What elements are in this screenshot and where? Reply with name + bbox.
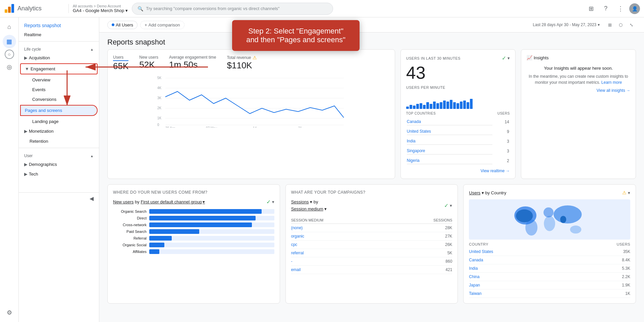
country-link-singapore[interactable]: Singapore (407, 147, 493, 154)
session-medium-chevron[interactable]: ▾ (324, 206, 327, 211)
country-link[interactable]: Taiwan (469, 291, 481, 296)
country-link-canada[interactable]: Canada (407, 118, 493, 125)
metric-new-users: New users 52K (139, 55, 158, 71)
view-realtime-link[interactable]: View realtime → (406, 169, 510, 173)
acquisition-chevron: ▶ (24, 55, 28, 60)
world-map (469, 199, 630, 240)
session-medium-link[interactable]: organic (291, 234, 304, 239)
nav-pages-screens[interactable]: Pages and screens (20, 105, 98, 116)
logo-area: Analytics (4, 3, 64, 14)
country-link-us[interactable]: United States (407, 128, 493, 135)
nav-acquisition[interactable]: ▶ Acquisition (19, 53, 99, 63)
date-range-chevron: ▾ (598, 22, 600, 27)
nav-user-section[interactable]: User ▲ (19, 149, 99, 159)
country-link[interactable]: United States (469, 249, 493, 254)
revenue-value: $110K (227, 60, 257, 71)
country-link[interactable]: India (469, 266, 478, 271)
session-medium-link[interactable]: cpc (291, 242, 298, 247)
session-medium-link[interactable]: email (291, 267, 301, 272)
help-icon[interactable]: ? (600, 3, 612, 15)
svg-point-22 (544, 207, 554, 217)
all-users-btn[interactable]: All Users (107, 21, 138, 29)
view-all-insights-link[interactable]: View all insights → (527, 88, 630, 93)
new-users-section-title: WHERE DO YOUR NEW USERS COME FROM? (113, 190, 274, 195)
account-name[interactable]: GA4 - Google Merch Shop ▾ (73, 8, 128, 13)
demographics-chevron: ▶ (24, 162, 28, 167)
sidebar-icon-admin[interactable]: ⚙ (3, 306, 16, 319)
campaigns-dropdown-btn[interactable]: ▾ (450, 203, 452, 208)
nav-retention[interactable]: Retention (19, 136, 99, 146)
realtime-dropdown-btn[interactable]: ▾ (507, 56, 510, 61)
sidebar-icon-explore[interactable]: ○ (5, 50, 14, 59)
country-warning-icon: ⚠ (622, 190, 627, 195)
session-medium-link[interactable]: referral (291, 251, 304, 255)
nav-overview[interactable]: Overview (19, 75, 99, 85)
revenue-warning-icon: ⚠ (253, 55, 257, 60)
bar-row-direct: Direct (113, 216, 274, 220)
country-dropdown-btn[interactable]: ▾ (628, 190, 630, 195)
engagement-chevron: ▼ (25, 66, 29, 71)
share-icon[interactable]: ⬡ (616, 20, 625, 29)
insights-main-text: Your Insights will appear here soon. (527, 66, 630, 71)
campaigns-card: WHAT ARE YOUR TOP CAMPAIGNS? Sessions ▾ … (285, 184, 458, 304)
channel-group-btn[interactable]: First user default channel group ▾ (141, 199, 205, 204)
collapse-sidebar-icon[interactable]: ◀ (90, 195, 94, 202)
nav-engagement[interactable]: ▼ Engagement (20, 63, 98, 74)
country-link[interactable]: Japan (469, 283, 480, 287)
insights-sub-text: In the meantime, you can create new cust… (527, 73, 630, 85)
add-comparison-btn[interactable]: + Add comparison (140, 21, 184, 29)
session-medium-col-header: SESSION MEDIUM (291, 217, 393, 224)
country-link[interactable]: China (469, 274, 479, 279)
sidebar-icon-advertising[interactable]: ◎ (3, 60, 16, 74)
new-users-metric-btn[interactable]: New users (113, 199, 133, 204)
learn-more-link[interactable]: Learn more (601, 80, 622, 85)
nav-tech[interactable]: ▶ Tech (19, 169, 99, 179)
country-card-header: Users ▾ by Country ⚠ ▾ (469, 190, 630, 195)
nav-demographics[interactable]: ▶ Demographics (19, 159, 99, 169)
country-link[interactable]: Canada (469, 258, 483, 262)
nav-lifecycle-section[interactable]: Life cycle ▲ (19, 43, 99, 53)
nav-landing-page[interactable]: Landing page (19, 117, 99, 126)
country-link-nigeria[interactable]: Nigeria (407, 157, 493, 164)
users-metric-btn[interactable]: Users (469, 190, 480, 195)
sessions-dropdown-chevron[interactable]: ▾ (310, 199, 312, 204)
insights-icon[interactable]: ⤡ (627, 20, 636, 29)
campaigns-table: SESSION MEDIUM SESSIONS (none) 28K organ… (291, 217, 452, 274)
search-bar[interactable]: 🔍 Try searching "compare conversions fro… (132, 3, 333, 15)
report-header: Reports snapshot (99, 33, 644, 49)
avatar[interactable]: 👤 (629, 3, 640, 14)
sidebar-icon-home[interactable]: ⌂ (3, 20, 16, 34)
card-dropdown-btn[interactable]: ▾ (272, 199, 274, 204)
engagement-time-value: 1m 50s (169, 60, 216, 70)
users-metric-chevron[interactable]: ▾ (482, 190, 484, 195)
svg-rect-0 (5, 9, 7, 13)
users-per-minute-label: USERS PER MINUTE (406, 85, 510, 89)
content-header-bar: All Users + Add comparison Last 28 days … (99, 17, 644, 33)
session-medium-link[interactable]: (none) (291, 226, 303, 230)
session-medium-btn[interactable]: Session medium (291, 206, 323, 211)
svg-rect-1 (8, 7, 11, 13)
more-icon[interactable]: ⋮ (614, 3, 627, 15)
svg-point-25 (570, 226, 582, 234)
country-link-india[interactable]: India (407, 138, 493, 145)
apps-icon[interactable]: ⊞ (585, 3, 597, 15)
sessions-metric-btn[interactable]: Sessions (291, 199, 309, 204)
content-actions: ⊞ ⬡ ⤡ (605, 20, 636, 29)
table-row: India 3 (407, 137, 509, 146)
realtime-card: USERS IN LAST 30 MINUTES ✓ ▾ 43 USERS PE… (400, 49, 516, 179)
nav-events[interactable]: Events (19, 85, 99, 94)
bar-row-referral: Referral (113, 236, 274, 241)
customize-icon[interactable]: ⊞ (605, 20, 614, 29)
bottom-section: WHERE DO YOUR NEW USERS COME FROM? New u… (99, 184, 644, 309)
nav-conversions[interactable]: Conversions (19, 94, 99, 104)
table-row: United States 9 (407, 127, 509, 136)
nav-reports-snapshot[interactable]: Reports snapshot (19, 20, 99, 29)
nav-realtime[interactable]: Realtime (19, 29, 99, 40)
svg-text:14: 14 (253, 126, 257, 128)
nav-monetization[interactable]: ▶ Monetization (19, 126, 99, 136)
sidebar-icon-reports[interactable]: ▦ (3, 35, 16, 48)
realtime-label: USERS IN LAST 30 MINUTES (406, 56, 461, 60)
session-medium-link[interactable]: - (291, 259, 292, 264)
campaigns-card-header: Sessions ▾ by Session medium ▾ ✓ ▾ (291, 199, 452, 213)
date-range-selector[interactable]: Last 28 days Apr 30 - May 27, 2023 ▾ (533, 22, 600, 27)
